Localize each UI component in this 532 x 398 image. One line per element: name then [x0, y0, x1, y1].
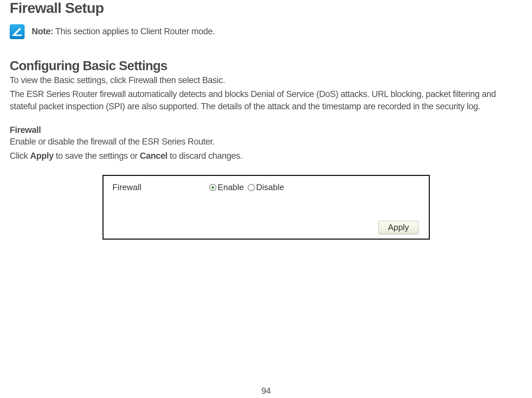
cancel-word: Cancel	[140, 151, 168, 161]
note-row: Note: This section applies to Client Rou…	[10, 24, 522, 39]
firewall-row: Firewall Enable Disable	[113, 182, 420, 192]
note-label: Note:	[32, 27, 53, 36]
firewall-instruction: Click Apply to save the settings or Canc…	[10, 150, 522, 162]
intro-paragraph-1: To view the Basic settings, click Firewa…	[10, 74, 522, 87]
note-body: This section applies to Client Router mo…	[55, 27, 215, 36]
document-page: Firewall Setup Note: This section applie…	[0, 0, 532, 398]
intro-paragraph-2: The ESR Series Router firewall automatic…	[10, 88, 522, 113]
disable-radio-item[interactable]: Disable	[248, 182, 284, 192]
apply-button[interactable]: Apply	[378, 221, 418, 234]
firewall-heading: Firewall	[10, 125, 522, 135]
firewall-settings-panel: Firewall Enable Disable Apply	[103, 175, 430, 240]
apply-word: Apply	[30, 151, 54, 161]
note-text: Note: This section applies to Client Rou…	[32, 27, 215, 37]
instruction-prefix: Click	[10, 151, 30, 161]
instruction-suffix: to discard changes.	[168, 151, 243, 161]
enable-radio-item[interactable]: Enable	[209, 182, 244, 192]
pencil-note-icon	[10, 24, 25, 39]
firewall-description: Enable or disable the firewall of the ES…	[10, 136, 522, 148]
instruction-mid: to save the settings or	[54, 151, 140, 161]
disable-radio-label: Disable	[256, 182, 284, 192]
firewall-radio-group: Enable Disable	[209, 182, 284, 192]
firewall-label: Firewall	[113, 182, 142, 192]
panel-wrap: Firewall Enable Disable Apply	[10, 175, 522, 240]
enable-radio[interactable]	[209, 184, 216, 191]
disable-radio[interactable]	[248, 184, 255, 191]
page-number: 94	[0, 386, 532, 396]
subheading: Configuring Basic Settings	[10, 59, 522, 73]
enable-radio-label: Enable	[218, 182, 244, 192]
page-title: Firewall Setup	[10, 0, 522, 16]
